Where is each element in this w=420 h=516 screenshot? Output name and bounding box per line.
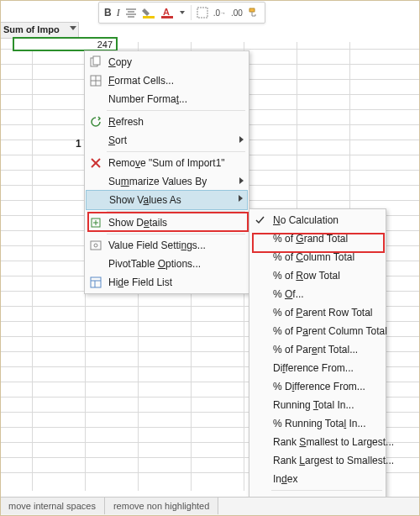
menu-show-details[interactable]: Show Details (85, 213, 249, 232)
menu-pivottable-options[interactable]: PivotTable Options... (85, 255, 249, 273)
svg-rect-6 (161, 16, 173, 18)
field-list-icon (89, 276, 102, 289)
pivot-field-label: Sum of Impo (3, 24, 60, 34)
submenu-percent-column-total[interactable]: % of Column Total (249, 248, 386, 266)
submenu-difference-from[interactable]: Difference From... (249, 359, 386, 377)
menu-separator (107, 234, 245, 234)
fill-color-button[interactable] (142, 3, 155, 22)
active-cell[interactable]: 247 (13, 37, 118, 51)
pivot-field-header[interactable]: Sum of Impo (0, 22, 79, 39)
menu-summarize-by[interactable]: Summarize Values By (85, 172, 249, 191)
remove-icon (89, 156, 102, 170)
toolbar-separator (191, 5, 192, 20)
format-cells-icon (89, 74, 102, 87)
decrease-decimal-button[interactable]: .00 (231, 3, 243, 22)
menu-copy[interactable]: Copy (85, 53, 249, 71)
menu-separator (107, 151, 245, 152)
field-settings-icon (89, 239, 102, 252)
svg-rect-18 (91, 241, 101, 250)
menu-show-values-as[interactable]: Show Values As (86, 190, 248, 210)
svg-rect-9 (93, 56, 100, 65)
borders-button[interactable] (197, 3, 208, 22)
submenu-arrow-icon (239, 136, 244, 143)
context-menu: Copy Format Cells... Number Format... Re… (84, 50, 249, 294)
submenu-percent-row-total[interactable]: % of Row Total (249, 266, 386, 285)
copy-icon (89, 55, 102, 69)
field-dropdown-icon[interactable] (70, 26, 76, 30)
submenu-percent-parent-column[interactable]: % of Parent Column Total (249, 322, 386, 340)
submenu-rank-smallest[interactable]: Rank Smallest to Largest... (249, 433, 386, 451)
svg-rect-7 (197, 8, 207, 18)
svg-rect-4 (143, 16, 155, 18)
active-cell-value: 247 (97, 39, 113, 50)
submenu-no-calculation[interactable]: No Calculation (249, 211, 386, 229)
svg-point-19 (94, 244, 97, 247)
refresh-icon (89, 115, 102, 129)
menu-refresh[interactable]: Refresh (85, 113, 249, 131)
submenu-percent-parent-row[interactable]: % of Parent Row Total (249, 303, 386, 322)
expand-icon (89, 216, 102, 229)
submenu-percent-parent-total[interactable]: % of Parent Total... (249, 340, 386, 359)
submenu-percent-of[interactable]: % Of... (249, 285, 386, 303)
svg-text:A: A (163, 7, 170, 17)
submenu-percent-difference-from[interactable]: % Difference From... (249, 377, 386, 396)
font-color-button[interactable]: A (160, 3, 174, 22)
sheet-tab[interactable]: remove non highlighted (105, 498, 218, 514)
submenu-percent-running-total[interactable]: % Running Total In... (249, 414, 386, 433)
submenu-running-total[interactable]: Running Total In... (249, 396, 386, 414)
sheet-tab-strip: move internal spaces remove non highligh… (0, 497, 420, 516)
submenu-percent-grand-total[interactable]: % of Grand Total (249, 229, 386, 248)
svg-rect-20 (91, 277, 101, 287)
align-button[interactable] (125, 3, 137, 22)
submenu-arrow-icon (239, 177, 244, 184)
menu-separator (107, 211, 245, 212)
format-painter-button[interactable] (248, 3, 260, 22)
menu-number-format[interactable]: Number Format... (85, 90, 249, 108)
menu-hide-field-list[interactable]: Hide Field List (85, 273, 249, 292)
menu-separator (271, 490, 382, 491)
menu-value-field-settings[interactable]: Value Field Settings... (85, 236, 249, 255)
submenu-arrow-icon (239, 195, 243, 202)
color-dropdown-icon[interactable] (179, 3, 186, 22)
submenu-rank-largest[interactable]: Rank Largest to Smallest... (249, 451, 386, 470)
check-icon (254, 213, 267, 227)
mini-toolbar: B I A .0→ .00 (98, 2, 265, 24)
context-submenu-show-values-as: No Calculation % of Grand Total % of Col… (249, 208, 386, 513)
bold-button[interactable]: B (104, 3, 112, 22)
italic-button[interactable]: I (117, 3, 120, 22)
grand-total-cell: 1 (76, 138, 81, 150)
menu-sort[interactable]: Sort (85, 131, 249, 150)
increase-decimal-button[interactable]: .0→ (213, 3, 226, 22)
sheet-tab[interactable]: move internal spaces (0, 498, 105, 514)
submenu-index[interactable]: Index (249, 470, 386, 488)
menu-separator (107, 110, 245, 111)
menu-remove-field[interactable]: Remove "Sum of Import1" (85, 154, 249, 172)
menu-format-cells[interactable]: Format Cells... (85, 71, 249, 90)
